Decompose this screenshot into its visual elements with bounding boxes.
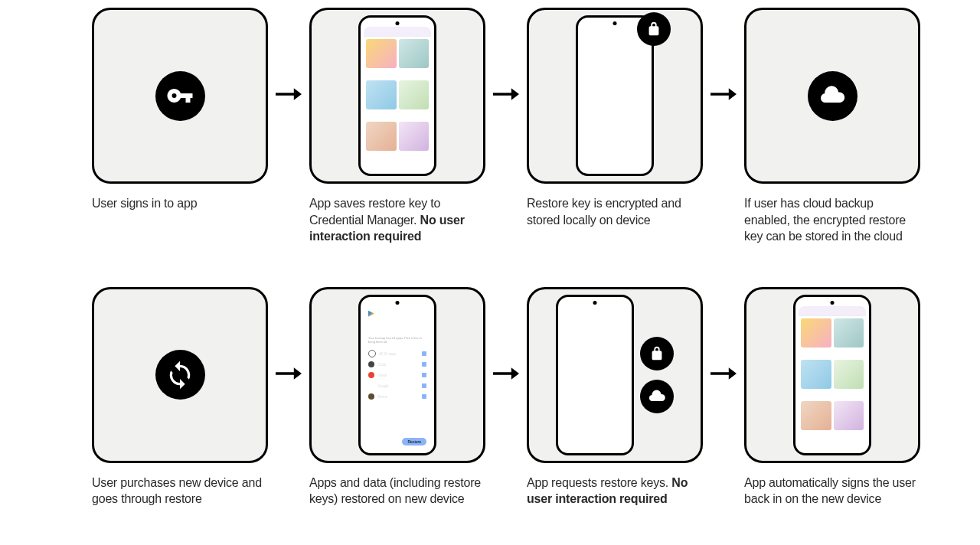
cloud-icon [808, 71, 858, 121]
restore-app-item: Google [368, 380, 426, 391]
shop-app-screen [799, 306, 866, 450]
step-caption: Apps and data (including restore keys) r… [309, 475, 485, 507]
phone-mock-restore: Choose apps to restore Your backup has 2… [358, 295, 436, 455]
arrow-right-icon [493, 364, 519, 383]
step-box [309, 8, 485, 184]
step-save-key: App saves restore key to Credential Mana… [309, 8, 485, 245]
step-caption: If user has cloud backup enabled, the en… [744, 195, 920, 245]
arrow-right-icon [493, 84, 519, 104]
restore-title: Choose apps to restore [368, 321, 426, 335]
step-box [92, 8, 268, 184]
arrow-right-icon [710, 84, 737, 104]
step-encrypt-local: 8:16 Tuesday, 6 April Restore key is enc… [527, 8, 703, 228]
phone-mock-shop [358, 15, 436, 176]
step-signin: User signs in to app [92, 8, 268, 212]
step-request-keys: 8:16 Tuesday, 6 April App r [527, 287, 703, 507]
lockscreen-time: 8:16 [583, 320, 606, 336]
lockscreen-date: Tuesday, 6 April [584, 337, 606, 341]
restore-subtitle: Your backup has 24 apps. Pick a few or b… [368, 337, 426, 344]
step-new-device: User purchases new device and goes throu… [92, 287, 268, 507]
step-box: Choose apps to restore Your backup has 2… [309, 287, 485, 463]
restore-app-item: Shrine [368, 391, 426, 402]
step-box: 8:16 Tuesday, 6 April [527, 8, 703, 184]
key-icon [155, 71, 205, 121]
lockscreen-date: Tuesday, 6 April [604, 57, 626, 61]
shop-app-screen [364, 27, 431, 171]
lockscreen-time: 8:16 [603, 41, 626, 57]
phone-mock-shop [793, 295, 871, 455]
step-cloud-backup: If user has cloud backup enabled, the en… [744, 8, 920, 245]
restore-toggle-all: All 24 apps [368, 348, 426, 359]
phone-mock-lock: 8:16 Tuesday, 6 April [556, 295, 634, 455]
step-restore-apps: Choose apps to restore Your backup has 2… [309, 287, 485, 507]
step-box: 8:16 Tuesday, 6 April [527, 287, 703, 463]
cloud-icon [640, 380, 674, 413]
step-caption: User purchases new device and goes throu… [92, 475, 268, 507]
restore-panel: Choose apps to restore Your backup has 2… [364, 306, 431, 450]
arrow-right-icon [276, 84, 302, 104]
lock-icon [637, 12, 671, 46]
step-auto-signin: App automatically signs the user back in… [744, 287, 920, 507]
key-sources [640, 337, 674, 413]
step-box [744, 8, 920, 184]
step-caption: App requests restore keys. No user inter… [527, 475, 703, 507]
step-caption: Restore key is encrypted and stored loca… [527, 195, 703, 228]
restore-app-item: Clock [368, 359, 426, 370]
restore-button: Restore [402, 438, 426, 445]
diagram: User signs in to app App saves res [0, 0, 980, 545]
step-caption: App saves restore key to Credential Mana… [309, 195, 485, 245]
step-box [744, 287, 920, 463]
restore-app-item: Gmail [368, 370, 426, 380]
lockscreen: 8:16 Tuesday, 6 April [561, 306, 629, 450]
lockscreen: 8:16 Tuesday, 6 April [581, 27, 648, 171]
step-caption: App automatically signs the user back in… [744, 475, 920, 507]
play-icon [368, 311, 374, 317]
step-box [92, 287, 268, 463]
sync-icon [155, 350, 205, 400]
arrow-right-icon [710, 364, 737, 383]
step-caption: User signs in to app [92, 195, 268, 212]
flow-row-1: User signs in to app App saves res [92, 8, 888, 245]
arrow-right-icon [276, 364, 302, 383]
flow-row-2: User purchases new device and goes throu… [92, 287, 888, 507]
lock-icon [640, 337, 674, 370]
